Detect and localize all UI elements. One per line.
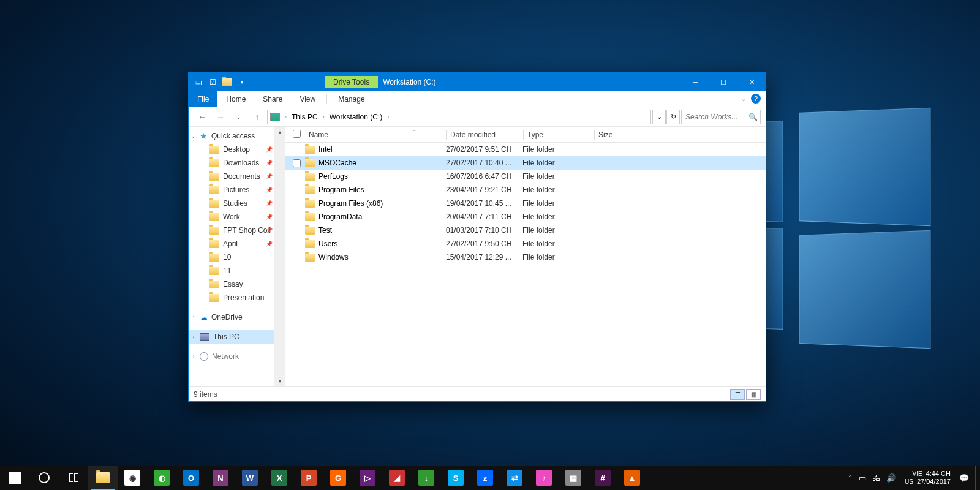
refresh-button[interactable]: ↻ — [666, 110, 680, 124]
battery-icon[interactable]: ▭ — [859, 473, 866, 483]
search-box[interactable]: 🔍 — [681, 110, 761, 124]
column-name[interactable]: Name˄ — [305, 130, 446, 139]
forward-button[interactable]: → — [212, 109, 229, 125]
column-date[interactable]: Date modified — [447, 130, 523, 139]
volume-icon[interactable]: 🔊 — [886, 473, 896, 483]
file-tab[interactable]: File — [189, 91, 217, 107]
column-size[interactable]: Size — [595, 130, 638, 139]
up-button[interactable]: ↑ — [249, 109, 266, 125]
taskbar-file-explorer[interactable] — [88, 466, 118, 490]
chevron-right-icon[interactable]: › — [322, 114, 326, 120]
nav-item-fpt-shop-coll[interactable]: FPT Shop Coll📌 — [189, 224, 285, 237]
details-view-button[interactable]: ☰ — [730, 389, 745, 400]
nav-item-presentation[interactable]: Presentation — [189, 291, 285, 304]
taskbar-visualstudio[interactable]: ▷ — [353, 466, 382, 490]
file-row[interactable]: Users27/02/2017 9:50 CHFile folder — [285, 237, 766, 251]
ribbon-expand-icon[interactable]: ⌄ — [741, 96, 746, 102]
collapse-icon[interactable]: ⌄ — [190, 133, 197, 139]
navigation-pane[interactable]: ⌄ ★ Quick access Desktop📌Downloads📌Docum… — [189, 127, 285, 386]
taskbar-idm[interactable]: ↓ — [412, 466, 441, 490]
taskbar-coccoc[interactable]: ◐ — [147, 466, 176, 490]
file-row[interactable]: Program Files23/04/2017 9:21 CHFile fold… — [285, 183, 766, 197]
contextual-tab-drive-tools[interactable]: Drive Tools — [325, 76, 378, 88]
row-checkbox[interactable] — [293, 159, 301, 167]
column-type[interactable]: Type — [524, 130, 594, 139]
chevron-right-icon[interactable]: › — [284, 114, 288, 120]
nav-item-essay[interactable]: Essay — [189, 277, 285, 291]
nav-onedrive[interactable]: › ☁ OneDrive — [189, 311, 285, 324]
expand-icon[interactable]: › — [190, 353, 197, 360]
taskbar-teamviewer[interactable]: ⇄ — [500, 466, 529, 490]
expand-icon[interactable]: › — [190, 314, 197, 320]
nav-item-documents[interactable]: Documents📌 — [189, 170, 285, 183]
manage-tab[interactable]: Manage — [330, 91, 373, 107]
taskbar-clock[interactable]: VIE4:44 CH US27/04/2017 — [902, 470, 953, 486]
home-tab[interactable]: Home — [217, 91, 254, 107]
qat-properties-icon[interactable]: ☑ — [207, 77, 218, 88]
action-center-icon[interactable]: 💬 — [959, 473, 969, 483]
taskbar-skype[interactable]: S — [441, 466, 470, 490]
network-icon[interactable]: 🖧 — [872, 473, 880, 483]
recent-dropdown[interactable]: ⌄ — [230, 109, 247, 125]
view-tab[interactable]: View — [291, 91, 324, 107]
file-row[interactable]: ProgramData20/04/2017 7:11 CHFile folder — [285, 210, 766, 224]
taskbar-powerpoint[interactable]: P — [294, 466, 323, 490]
address-bar[interactable]: › This PC › Workstation (C:) › — [267, 110, 651, 124]
nav-item-studies[interactable]: Studies📌 — [189, 197, 285, 210]
nav-quick-access[interactable]: ⌄ ★ Quick access — [189, 129, 285, 143]
address-dropdown-button[interactable]: ⌄ — [652, 110, 666, 124]
minimize-button[interactable]: ─ — [681, 73, 709, 91]
nav-network[interactable]: › Network — [189, 350, 285, 363]
select-all-checkbox[interactable] — [293, 130, 301, 138]
taskbar-excel[interactable]: X — [265, 466, 294, 490]
breadcrumb-drive[interactable]: Workstation (C:) — [328, 113, 383, 121]
nav-this-pc[interactable]: › This PC — [189, 330, 285, 344]
file-row[interactable]: Test01/03/2017 7:10 CHFile folder — [285, 224, 766, 237]
taskbar-onenote[interactable]: N — [206, 466, 235, 490]
file-row[interactable]: Intel27/02/2017 9:51 CHFile folder — [285, 143, 766, 156]
taskbar-app2[interactable]: ▦ — [559, 466, 588, 490]
chevron-right-icon[interactable]: › — [386, 114, 390, 120]
taskbar-foxit[interactable]: G — [323, 466, 353, 490]
nav-item-pictures[interactable]: Pictures📌 — [189, 183, 285, 197]
scroll-down-icon[interactable]: ▾ — [274, 376, 285, 386]
nav-item-work[interactable]: Work📌 — [189, 210, 285, 224]
file-list[interactable]: Intel27/02/2017 9:51 CHFile folderMSOCac… — [285, 143, 766, 386]
taskbar-vlc[interactable]: ▲ — [617, 466, 647, 490]
qat-newfolder-icon[interactable] — [222, 77, 233, 88]
breadcrumb-thispc[interactable]: This PC — [290, 113, 319, 121]
nav-scrollbar[interactable]: ▴ ▾ — [274, 127, 285, 386]
maximize-button[interactable]: ☐ — [709, 73, 737, 91]
nav-item-downloads[interactable]: Downloads📌 — [189, 156, 285, 170]
taskbar-word[interactable]: W — [235, 466, 265, 490]
nav-item-desktop[interactable]: Desktop📌 — [189, 143, 285, 156]
taskbar-chrome[interactable]: ◉ — [118, 466, 147, 490]
taskbar-slack[interactable]: # — [588, 466, 617, 490]
taskbar-outlook[interactable]: O — [176, 466, 206, 490]
icons-view-button[interactable]: ▦ — [746, 389, 761, 400]
file-row[interactable]: MSOCache27/02/2017 10:40 ...File folder — [285, 156, 766, 170]
taskbar-app1[interactable]: ◢ — [382, 466, 412, 490]
nav-item-11[interactable]: 11 — [189, 264, 285, 277]
taskbar-itunes[interactable]: ♪ — [529, 466, 559, 490]
nav-item-10[interactable]: 10 — [189, 251, 285, 264]
qat-dropdown-icon[interactable]: ▾ — [236, 77, 247, 88]
file-row[interactable]: PerfLogs16/07/2016 6:47 CHFile folder — [285, 170, 766, 183]
cortana-button[interactable] — [29, 466, 59, 490]
nav-item-april[interactable]: April📌 — [189, 237, 285, 251]
back-button[interactable]: ← — [194, 109, 211, 125]
task-view-button[interactable] — [59, 466, 88, 490]
search-icon[interactable]: 🔍 — [748, 113, 758, 121]
show-desktop-button[interactable] — [975, 466, 980, 490]
titlebar[interactable]: 🖴 ☑ ▾ Drive Tools Workstation (C:) ─ ☐ ✕ — [189, 73, 766, 91]
desktop[interactable]: 🖴 ☑ ▾ Drive Tools Workstation (C:) ─ ☐ ✕… — [0, 0, 980, 490]
close-button[interactable]: ✕ — [737, 73, 766, 91]
taskbar-zalo[interactable]: z — [470, 466, 500, 490]
scroll-up-icon[interactable]: ▴ — [274, 127, 285, 137]
file-row[interactable]: Program Files (x86)19/04/2017 10:45 ...F… — [285, 197, 766, 210]
expand-icon[interactable]: › — [190, 334, 197, 340]
help-icon[interactable]: ? — [751, 94, 761, 104]
start-button[interactable] — [0, 466, 29, 490]
share-tab[interactable]: Share — [254, 91, 291, 107]
file-row[interactable]: Windows15/04/2017 12:29 ...File folder — [285, 251, 766, 264]
